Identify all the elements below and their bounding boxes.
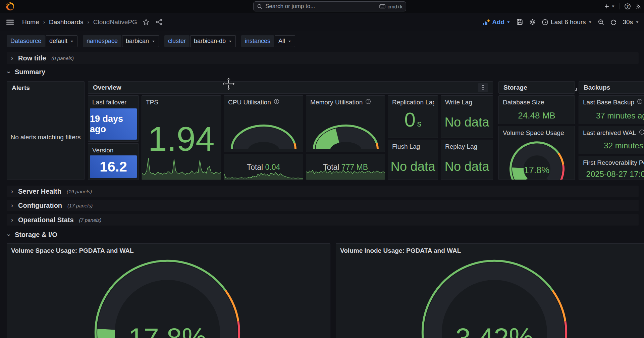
- refresh-interval-dropdown[interactable]: 30s ▼: [623, 18, 639, 26]
- variable-value-dropdown[interactable]: barbican▼: [122, 35, 159, 47]
- info-icon[interactable]: [639, 129, 644, 135]
- add-panel-button[interactable]: Add ▼: [483, 18, 511, 26]
- stat-value: 2025-08-27 17:00:00: [579, 170, 644, 179]
- gauge-value: 3.42%: [421, 322, 568, 338]
- add-panel-icon: [483, 19, 490, 26]
- panel-storage-header[interactable]: Storage: [498, 81, 575, 94]
- stat-value: 1.94: [142, 122, 221, 156]
- info-icon[interactable]: [637, 99, 643, 104]
- stat-version[interactable]: Version 16.2: [88, 143, 139, 180]
- memory-gauge-arc: [312, 124, 379, 150]
- info-icon[interactable]: [365, 99, 371, 104]
- info-icon[interactable]: [274, 99, 279, 104]
- dashboard-toolbar: Home › Dashboards › CloudNativePG: [0, 13, 644, 31]
- panel-volume-space-usage-big[interactable]: Volume Space Usage: PGDATA and WAL 17.8%: [7, 243, 330, 338]
- variable-label: namespace: [83, 35, 121, 47]
- share-button[interactable]: [156, 18, 163, 26]
- zoom-out-time-button[interactable]: [598, 19, 604, 26]
- row-header-summary[interactable]: › Summary: [7, 67, 45, 77]
- stat-cpu-total[interactable]: Total 0.04: [224, 154, 303, 180]
- stat-value: 37 minutes ago: [579, 111, 644, 120]
- new-menu-button[interactable]: ▼: [604, 3, 615, 9]
- save-dashboard-button[interactable]: [516, 18, 523, 26]
- variable-namespace: namespace barbican▼: [83, 35, 159, 47]
- chevron-down-icon: ▼: [228, 40, 232, 43]
- news-rss-button[interactable]: [635, 3, 642, 10]
- stat-database-size[interactable]: Database Size 24.48 MB: [498, 95, 575, 124]
- variable-label: Datasource: [7, 35, 45, 47]
- stat-flush-lag[interactable]: Flush Lag No data: [388, 140, 438, 180]
- global-search-input[interactable]: Search or jump to... cmd+k: [253, 1, 406, 11]
- stat-first-recoverability-point[interactable]: First Recoverability Point 2025-08-27 17…: [579, 156, 644, 180]
- chevron-down-icon: ›: [5, 233, 12, 237]
- gauge-memory-utilisation[interactable]: Memory Utilisation: [306, 95, 385, 152]
- search-placeholder: Search or jump to...: [265, 3, 377, 10]
- panel-volume-inode-usage-big[interactable]: Volume Inode Usage: PGDATA and WAL 3.42%: [336, 243, 644, 338]
- variable-instances: instances All▼: [241, 35, 295, 47]
- stat-value: No data: [388, 159, 438, 174]
- help-button[interactable]: ?: [624, 3, 631, 10]
- tps-sparkline: [142, 157, 221, 180]
- stat-replication-lag[interactable]: Replication Lag 0 s: [388, 95, 438, 138]
- row-header-operational-stats[interactable]: › Operational Stats (7 panels): [7, 214, 639, 226]
- breadcrumb: Home › Dashboards › CloudNativePG: [22, 18, 137, 26]
- stat-value: 0 s: [388, 110, 438, 130]
- chevron-down-icon: ▼: [611, 4, 615, 8]
- panel-title: Overview: [93, 84, 121, 91]
- stat-tps[interactable]: TPS 1.94: [142, 95, 221, 180]
- variable-value-dropdown[interactable]: All▼: [275, 35, 295, 47]
- row-header-row-title[interactable]: › Row title (0 panels): [7, 52, 639, 64]
- stat-last-archived-wal[interactable]: Last archived WAL 32 minutes: [579, 126, 644, 154]
- panel-menu-button[interactable]: [478, 83, 488, 92]
- variable-cluster: cluster barbican-db▼: [164, 35, 236, 47]
- row-header-server-health[interactable]: › Server Health (19 panels): [7, 186, 639, 197]
- menu-toggle-button[interactable]: [6, 19, 14, 26]
- variable-value-dropdown[interactable]: default▼: [46, 35, 77, 47]
- plus-icon: [604, 3, 610, 9]
- chevron-down-icon: ▼: [152, 40, 155, 43]
- stat-write-lag[interactable]: Write Lag No data: [441, 95, 493, 138]
- chevron-right-icon: ›: [10, 202, 14, 209]
- refresh-button[interactable]: [610, 19, 617, 26]
- chevron-right-icon: ›: [87, 19, 89, 25]
- favorite-star-button[interactable]: [143, 18, 150, 26]
- stat-value: No data: [441, 115, 493, 130]
- keyboard-icon: [379, 4, 385, 9]
- stat-last-failover[interactable]: Last failover 19 days ago: [88, 95, 139, 142]
- chevron-down-icon: ▼: [635, 20, 639, 24]
- gauge-volume-space-usage[interactable]: Volume Space Usage 17.8%: [498, 126, 575, 180]
- stat-replay-lag[interactable]: Replay Lag No data: [441, 140, 493, 180]
- stat-last-base-backup[interactable]: Last Base Backup 37 minutes ago: [579, 95, 644, 124]
- total-value: 777 MB: [341, 163, 368, 172]
- panel-title: Alerts: [12, 84, 30, 92]
- chevron-down-icon: ›: [5, 70, 12, 74]
- dashboard-settings-button[interactable]: [529, 18, 536, 26]
- chevron-down-icon: ▼: [588, 20, 592, 24]
- variable-value-dropdown[interactable]: barbican-db▼: [190, 35, 236, 47]
- chevron-right-icon: ›: [43, 19, 45, 25]
- panel-backups-header[interactable]: Backups: [579, 81, 644, 94]
- variable-datasource: Datasource default▼: [7, 35, 77, 47]
- top-navigation-bar: Search or jump to... cmd+k ▼: [0, 0, 644, 13]
- total-value: 0.04: [265, 163, 280, 172]
- grafana-logo[interactable]: [5, 2, 15, 11]
- gauge-value: 17.8%: [94, 322, 241, 338]
- chevron-down-icon: ▼: [288, 40, 291, 43]
- dashboard-variables: Datasource default▼ namespace barbican▼ …: [7, 35, 295, 47]
- total-label: Total: [323, 163, 339, 172]
- stat-memory-total[interactable]: Total 777 MB: [306, 154, 385, 180]
- panel-overview-header[interactable]: Overview: [88, 81, 493, 94]
- gauge-cpu-utilisation[interactable]: CPU Utilisation: [224, 95, 303, 152]
- breadcrumb-home[interactable]: Home: [22, 18, 39, 26]
- stat-value: 24.48 MB: [499, 110, 575, 121]
- time-range-picker[interactable]: Last 6 hours ▼: [542, 18, 592, 26]
- row-header-storage-io[interactable]: › Storage & I/O: [7, 230, 57, 240]
- chevron-right-icon: ›: [10, 216, 14, 224]
- row-header-configuration[interactable]: › Configuration (17 panels): [7, 200, 639, 211]
- divider: [620, 3, 620, 9]
- stat-value: 19 days ago: [90, 108, 137, 140]
- panel-alerts[interactable]: Alerts No alerts matching filters: [7, 81, 85, 180]
- variable-label: instances: [241, 35, 274, 47]
- breadcrumb-dashboards[interactable]: Dashboards: [49, 18, 83, 26]
- alerts-empty-message: No alerts matching filters: [7, 134, 84, 141]
